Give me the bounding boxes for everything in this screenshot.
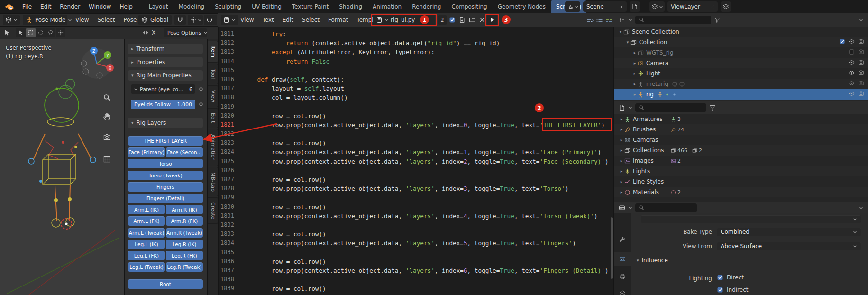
viewport-menu-select[interactable]: Select [93,13,119,27]
code-line[interactable]: return False [243,57,614,66]
x-mirror-icon[interactable] [142,29,149,36]
expand-icon[interactable]: ▾ [618,29,623,34]
rig-layer-button-leg-l-tweak[interactable]: Leg.L (Tweak) [128,262,165,272]
viewlayer-add-button[interactable] [721,1,731,12]
expand-icon[interactable]: ▸ [619,169,624,174]
menu-edit[interactable]: Edit [36,0,55,13]
expand-icon[interactable]: ▸ [619,138,624,142]
syntax-highlight-toggle[interactable] [605,16,613,24]
code-line[interactable]: row.prop(context.active_object.data, 'la… [243,266,614,275]
tab-render-properties[interactable] [614,252,631,266]
expand-icon[interactable]: ▸ [619,179,624,184]
select-circle-button[interactable] [36,28,46,37]
viewport-menu-pose[interactable]: Pose [119,13,141,27]
code-line[interactable]: row.prop(context.active_object.data, 'la… [243,157,614,166]
code-area[interactable]: 1811181218131814181518161817181818191820… [218,27,614,295]
toggle-uncheck-icon[interactable] [849,49,855,56]
workspace-tab-animation[interactable]: Animation [367,0,407,13]
new-scene-button[interactable] [630,1,640,12]
expand-icon[interactable]: ▸ [619,158,624,163]
toggle-camera-icon[interactable] [858,91,864,98]
parent-dropdown[interactable]: Parent (eye_co... 6 [131,84,195,94]
search-input[interactable] [647,105,699,111]
blender-logo-icon[interactable] [4,2,15,11]
rig-layer-button-fingers[interactable]: Fingers [128,182,203,192]
code-line[interactable]: row.prop(context.active_object.data, 'la… [243,184,614,193]
x-mirror-label[interactable]: X [152,29,155,36]
sidebar-tab-item[interactable]: Item [208,41,218,63]
rig-layer-button-leg-l-ik[interactable]: Leg.L (IK) [128,240,165,249]
influence-panel-header[interactable]: ▾Influence [637,257,668,264]
code-line[interactable]: row = col.row() [243,203,614,212]
code-line[interactable]: row = col.row() [243,111,614,120]
code-line[interactable] [243,166,614,175]
toggle-eye-icon[interactable] [849,59,855,67]
outliner-row-rig[interactable]: ▸rig [614,89,868,100]
browse-viewlayer-button[interactable] [649,1,665,12]
line-numbers-toggle[interactable] [595,16,604,24]
code-line[interactable]: return (context.active_object.data.get("… [243,38,614,47]
camera-view-button[interactable] [101,132,112,142]
sidebar-tab-tool[interactable]: Tool [208,64,218,84]
outliner-search[interactable] [635,16,711,24]
pan-button[interactable] [101,111,112,121]
zoom-button[interactable] [101,92,112,102]
expand-icon[interactable]: ▸ [632,82,638,86]
panel-properties[interactable]: ▸Properties [128,57,203,67]
toggle-camera-icon[interactable] [858,49,864,56]
outliner-editor-icon[interactable] [619,17,625,23]
expand-icon[interactable]: ▸ [619,190,624,194]
mode-selector[interactable]: Pose Mode [23,15,67,25]
toggle-check-icon[interactable] [839,38,845,46]
cursor-tool-button[interactable] [56,28,65,37]
properties-editor-icon[interactable] [619,204,625,211]
expand-icon[interactable]: ▸ [619,117,624,121]
code-line[interactable]: row = col.row() [243,257,614,266]
sidebar-tab-mb-lab[interactable]: MB-Lab [208,167,218,196]
bake-type-dropdown[interactable]: Combined [717,228,861,236]
search-input[interactable] [647,17,699,23]
scene-selector[interactable]: Scene [583,1,627,12]
blend-data-row-images[interactable]: ▸Images2 [614,156,868,166]
select-tweak-button[interactable] [16,28,26,37]
workspace-tab-texture-paint[interactable]: Texture Paint [287,0,334,13]
tab-output-properties[interactable] [614,269,631,284]
workspace-tab-sculpting[interactable]: Sculpting [210,0,247,13]
new-text-button[interactable] [458,16,466,24]
rig-layer-button-arm-r-ik[interactable]: Arm.R (IK) [166,205,203,214]
snap-toggle-button[interactable] [174,15,186,25]
rig-layer-button-arm-l-fk[interactable]: Arm.L (FK) [128,216,165,226]
code-line[interactable]: row.prop(context.active_object.data, 'la… [243,239,614,248]
expand-icon[interactable]: ▸ [619,127,624,132]
fake-user-toggle[interactable] [448,16,457,24]
open-text-button[interactable] [468,16,476,24]
user-count-button[interactable]: 2 [438,15,447,25]
expand-icon[interactable]: ▸ [632,92,638,97]
outliner-row-light[interactable]: ▸Light [614,68,868,79]
code-line[interactable] [243,66,614,75]
sidebar-tab-create[interactable]: Create [208,197,218,224]
outliner-row-metarig[interactable]: ▸metarig [614,79,868,89]
expand-icon[interactable]: ▸ [632,71,638,76]
tab-viewlayer-properties[interactable] [614,286,631,295]
blend-data-row-brushes[interactable]: ▸Brushes74 [614,124,868,135]
proportional-edit-button[interactable] [204,15,217,25]
word-wrap-toggle[interactable] [586,16,594,24]
rig-layer-button-leg-r-fk[interactable]: Leg.R (FK) [166,251,203,260]
run-script-button[interactable] [487,15,497,25]
toggle-camera-icon[interactable] [858,70,864,77]
view-from-dropdown[interactable]: Above Surface [717,242,861,250]
expand-icon[interactable]: ▸ [619,148,624,153]
workspace-tab-uv-editing[interactable]: UV Editing [247,0,287,13]
toggle-eye-icon[interactable] [849,80,855,88]
code-line[interactable]: row.prop(context.active_object.data, 'la… [243,120,614,129]
code-line[interactable] [243,193,614,202]
chevron-down-icon[interactable] [628,106,632,110]
search-input[interactable] [647,205,699,211]
pose-options-dropdown[interactable]: Pose Options [164,28,207,37]
blend-data-row-line-styles[interactable]: ▸Line Styles [614,176,868,187]
blend-data-row-lights[interactable]: ▸Lights [614,166,868,176]
code-line[interactable] [243,275,614,284]
select-box-button[interactable] [26,28,36,37]
toggle-eye-icon[interactable] [849,38,855,46]
